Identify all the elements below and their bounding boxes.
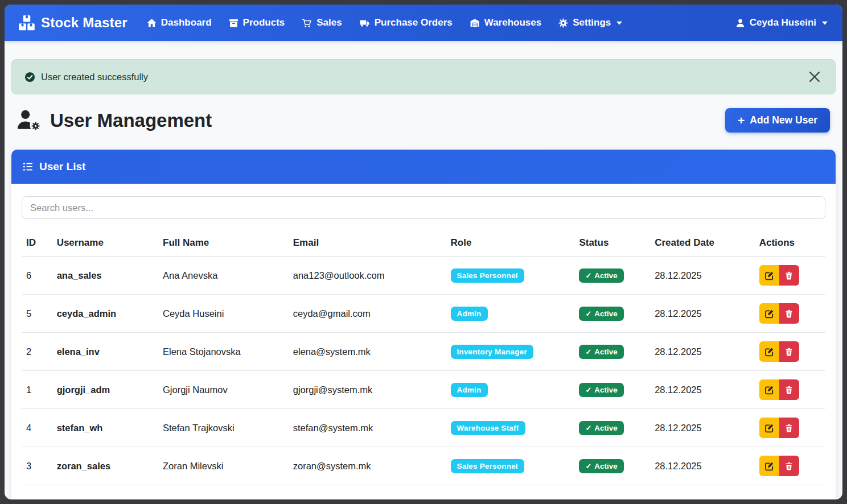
nav-item-warehouses[interactable]: Warehouses [470,17,541,28]
nav-item-dashboard[interactable]: Dashboard [147,17,212,28]
cell-actions [755,295,825,333]
alert-message: User created successfully [41,72,148,82]
cell-status: ✓ Active [574,295,650,333]
user-list-card: User List ID Username Full Name [11,150,836,499]
nav-item-products[interactable]: Products [229,17,285,28]
status-label: Active [594,271,618,280]
action-buttons [759,379,799,400]
brand[interactable]: Stock Master [18,14,128,31]
status-badge: ✓ Active [579,345,623,359]
cell-id: 1 [22,371,52,409]
col-status: Status [574,230,650,257]
col-actions: Actions [755,230,825,257]
cell-role: Inventory Manager [446,333,575,371]
nav-item-purchase-orders[interactable]: Purchase Orders [359,17,453,28]
delete-button[interactable] [779,418,799,438]
cell-username: zoran_sales [52,447,158,485]
cell-role: Sales Personnel [446,257,575,295]
col-role: Role [446,230,575,257]
cell-role: Warehouse Staff [446,409,575,447]
role-badge: Inventory Manager [451,345,533,359]
cell-full-name: Ceyda Huseini [158,295,289,333]
cell-username: ceyda_admin [52,295,158,333]
cell-username: gjorgji_adm [52,371,158,409]
success-alert: User created successfully [11,59,836,94]
edit-button[interactable] [759,303,779,324]
cell-status: ✓ Active [574,333,650,371]
status-label: Active [594,424,618,432]
col-email: Email [289,230,446,257]
cell-actions [755,447,825,485]
card-body: ID Username Full Name Email Role Status … [11,184,836,499]
table-row: 5 ceyda_admin Ceyda Huseini ceyda@gmail.… [22,295,825,333]
status-label: Active [594,348,618,356]
nav-label: Purchase Orders [375,17,453,28]
gear-icon [558,18,568,28]
edit-button[interactable] [759,418,779,438]
action-buttons [759,418,799,438]
delete-button[interactable] [779,265,799,286]
cell-actions [755,257,825,295]
status-label: Active [594,462,618,470]
cell-role: Sales Personnel [446,447,575,485]
status-badge: ✓ Active [579,307,623,321]
cell-email: ceyda@gmail.com [289,295,446,333]
table-row: 4 stefan_wh Stefan Trajkovski stefan@sys… [22,409,825,447]
col-full-name: Full Name [158,230,289,257]
nav-label: Products [243,17,285,28]
nav-item-settings[interactable]: Settings [558,17,622,28]
cell-status: ✓ Active [574,447,650,485]
cell-full-name: Elena Stojanovska [158,333,289,371]
check-icon: ✓ [585,310,591,317]
page-title: User Management [50,110,212,131]
check-icon: ✓ [585,348,591,356]
plus-icon: + [738,114,745,126]
table-header-row: ID Username Full Name Email Role Status … [22,230,825,257]
delete-button[interactable] [779,379,799,400]
action-buttons [759,265,799,286]
cell-actions [755,409,825,447]
cell-email: ana123@outlook.com [289,257,446,295]
close-icon[interactable] [807,69,823,85]
delete-button[interactable] [779,456,799,476]
edit-button[interactable] [759,341,779,362]
role-badge: Admin [451,307,488,321]
delete-button[interactable] [779,341,799,362]
cell-created-date: 28.12.2025 [650,447,755,485]
cell-actions [755,371,825,409]
edit-button[interactable] [759,379,779,400]
user-table-body: 6 ana_sales Ana Anevska ana123@outlook.c… [22,257,825,485]
card-title: User List [39,160,85,173]
action-buttons [759,303,799,324]
cell-created-date: 28.12.2025 [650,257,755,295]
cell-role: Admin [446,295,575,333]
edit-button[interactable] [759,456,779,476]
list-icon [23,162,33,172]
cell-email: elena@system.mk [289,333,446,371]
status-badge: ✓ Active [579,421,623,435]
delete-button[interactable] [779,303,799,324]
cell-id: 5 [22,295,52,333]
user-menu[interactable]: Ceyda Huseini [735,17,828,28]
cell-email: zoran@system.mk [289,447,446,485]
warehouse-icon [470,18,480,28]
cell-status: ✓ Active [574,257,650,295]
user-table: ID Username Full Name Email Role Status … [22,230,825,485]
cell-full-name: Gjorgji Naumov [158,371,289,409]
chevron-down-icon [616,21,622,25]
cart-icon [302,18,312,28]
add-user-button[interactable]: + Add New User [725,108,830,133]
table-row: 6 ana_sales Ana Anevska ana123@outlook.c… [22,257,825,295]
status-badge: ✓ Active [579,268,623,283]
edit-button[interactable] [759,265,779,286]
status-badge: ✓ Active [579,459,623,473]
role-badge: Sales Personnel [451,459,524,473]
box-icon [229,18,239,28]
search-input[interactable] [22,196,825,219]
chevron-down-icon [822,21,828,25]
cell-actions [755,333,825,371]
cell-created-date: 28.12.2025 [650,371,755,409]
role-badge: Warehouse Staff [451,421,525,435]
nav-item-sales[interactable]: Sales [302,17,342,28]
role-badge: Admin [451,383,488,397]
